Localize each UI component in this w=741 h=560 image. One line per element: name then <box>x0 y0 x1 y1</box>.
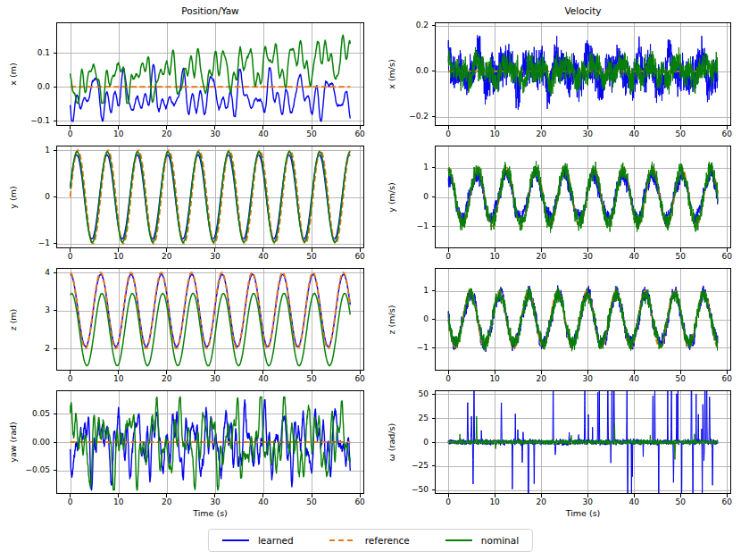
x-tick-label: 60 <box>346 497 373 507</box>
x-tick-label: 40 <box>620 130 647 139</box>
x-tick-label: 30 <box>574 497 601 507</box>
x-tick-label: 60 <box>346 374 373 384</box>
y-tick-label: −0.05 <box>9 465 50 475</box>
x-tick-label: 40 <box>620 252 647 262</box>
x-tick-mark <box>541 248 542 252</box>
x-tick-label: 20 <box>154 130 180 139</box>
x-tick-mark <box>118 126 119 130</box>
x-tick-mark <box>262 248 263 252</box>
y-tick-mark <box>432 196 436 197</box>
x-tick-mark <box>634 248 635 252</box>
x-tick-mark <box>727 126 728 130</box>
x-tick-mark <box>360 494 361 497</box>
x-tick-label: 0 <box>435 130 462 139</box>
x-tick-label: 30 <box>202 130 229 139</box>
x-tick-mark <box>312 494 312 497</box>
y-tick-mark <box>432 319 436 320</box>
x-tick-label: 40 <box>620 497 647 507</box>
x-tick-mark <box>587 126 588 130</box>
x-tick-mark <box>70 371 71 374</box>
y-tick-mark <box>54 348 57 349</box>
y-tick-label: 3 <box>9 305 50 315</box>
y-tick-label: 0.0 <box>9 82 50 92</box>
x-tick-mark <box>448 248 449 252</box>
y-tick-label: 0.2 <box>387 21 429 30</box>
x-tick-mark <box>262 494 263 497</box>
x-tick-mark <box>166 126 167 130</box>
legend-item-reference: reference <box>329 535 410 546</box>
legend: learnedreferencenominal <box>208 529 533 552</box>
x-tick-mark <box>541 126 542 130</box>
legend-item-nominal: nominal <box>445 535 519 546</box>
y-tick-mark <box>54 87 57 88</box>
x-tick-mark <box>448 126 449 130</box>
y-tick-mark <box>54 243 57 244</box>
x-tick-mark <box>495 248 495 252</box>
x-tick-label: 0 <box>57 130 84 139</box>
x-tick-mark <box>680 371 681 374</box>
y-tick-mark <box>432 347 436 348</box>
y-tick-mark <box>54 272 57 273</box>
y-tick-mark <box>432 116 436 117</box>
x-tick-label: 30 <box>574 130 601 139</box>
x-tick-label: 20 <box>154 374 180 384</box>
x-tick-mark <box>587 494 588 497</box>
y-tick-label: 2 <box>9 344 50 354</box>
x-tick-mark <box>70 494 71 497</box>
x-tick-label: 50 <box>667 252 694 262</box>
y-tick-label: −25 <box>387 461 429 471</box>
x-tick-label: 0 <box>435 374 462 384</box>
x-tick-label: 40 <box>250 497 277 507</box>
x-tick-mark <box>495 371 495 374</box>
x-tick-label: 20 <box>528 252 554 262</box>
x-tick-mark <box>70 126 71 130</box>
y-tick-label: 25 <box>387 414 429 423</box>
y-tick-mark <box>432 71 436 71</box>
x-tick-label: 10 <box>105 374 132 384</box>
legend-label: nominal <box>481 535 519 546</box>
x-tick-label: 0 <box>435 497 462 507</box>
y-tick-mark <box>432 167 436 168</box>
x-tick-label: 40 <box>620 374 647 384</box>
x-tick-label: 60 <box>713 252 740 262</box>
x-tick-mark <box>680 494 681 497</box>
x-tick-label: 10 <box>105 497 132 507</box>
y-tick-label: 0.0 <box>387 66 429 76</box>
x-tick-mark <box>262 371 263 374</box>
x-tick-label: 10 <box>481 252 508 262</box>
y-tick-label: −1 <box>387 221 429 231</box>
y-tick-label: −0.1 <box>9 116 50 126</box>
x-tick-mark <box>727 248 728 252</box>
x-tick-mark <box>587 371 588 374</box>
y-tick-mark <box>54 53 57 54</box>
subplot-z-m-s <box>435 268 731 371</box>
x-tick-mark <box>360 371 361 374</box>
figure: Position/Yawx (m)01020304050600.10.0−0.1… <box>0 0 741 560</box>
y-tick-label: 0 <box>9 192 50 202</box>
x-tick-label: 20 <box>154 497 180 507</box>
subplot-y-m-s <box>435 146 731 248</box>
x-tick-mark <box>634 494 635 497</box>
x-tick-mark <box>727 494 728 497</box>
legend-label: learned <box>258 535 294 546</box>
x-tick-label: 50 <box>667 374 694 384</box>
x-tick-label: 50 <box>298 374 325 384</box>
x-tick-mark <box>214 248 215 252</box>
x-tick-mark <box>312 126 312 130</box>
plots-area: Position/Yawx (m)01020304050600.10.0−0.1… <box>0 0 741 560</box>
x-tick-label: 10 <box>481 374 508 384</box>
x-tick-label: 40 <box>250 374 277 384</box>
y-tick-label: 0 <box>387 438 429 447</box>
x-tick-mark <box>166 371 167 374</box>
y-tick-mark <box>54 150 57 151</box>
x-tick-label: 50 <box>298 130 325 139</box>
y-tick-label: −50 <box>387 485 429 495</box>
x-tick-label: 50 <box>667 130 694 139</box>
legend-line-nominal <box>445 539 472 542</box>
y-tick-mark <box>54 196 57 197</box>
x-tick-mark <box>214 126 215 130</box>
x-tick-mark <box>360 126 361 130</box>
y-tick-mark <box>432 290 436 291</box>
x-tick-label: 40 <box>250 252 277 262</box>
x-axis-label: Time (s) <box>56 508 364 518</box>
